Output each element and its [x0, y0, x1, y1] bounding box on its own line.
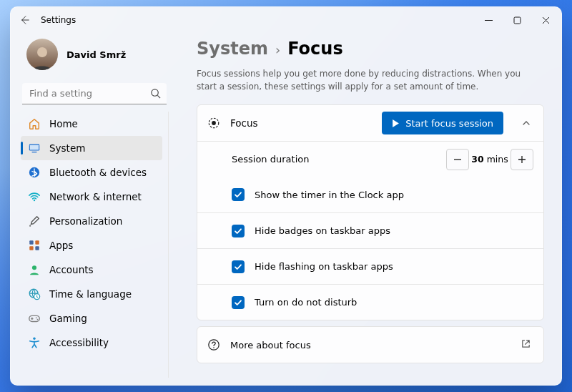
checkbox[interactable]: [232, 188, 245, 201]
svg-point-2: [152, 89, 158, 96]
minus-icon: [453, 155, 462, 164]
duration-decrease-button[interactable]: [446, 149, 469, 170]
search-input[interactable]: [22, 83, 167, 104]
sidebar-item-bluetooth[interactable]: Bluetooth & devices: [21, 160, 162, 185]
svg-rect-15: [29, 315, 39, 321]
svg-point-16: [36, 317, 37, 318]
sidebar-item-label: Home: [49, 118, 78, 129]
page-description: Focus sessions help you get more done by…: [197, 67, 533, 93]
svg-point-17: [37, 319, 39, 320]
svg-point-12: [32, 265, 36, 270]
check-icon: [234, 227, 242, 235]
checkbox[interactable]: [232, 225, 245, 237]
focus-header-row: Focus Start focus session: [197, 105, 543, 141]
svg-point-20: [212, 121, 216, 125]
wifi-icon: [28, 190, 41, 203]
more-about-focus-label: More about focus: [230, 340, 511, 351]
sidebar-item-system[interactable]: System: [21, 136, 162, 160]
focus-option-row: Hide flashing on taskbar apps: [197, 248, 543, 284]
check-icon: [234, 298, 242, 307]
sidebar: David Smrž HomeSystemBluetooth & devices…: [11, 33, 175, 385]
profile-name: David Smrž: [66, 49, 126, 60]
focus-icon: [207, 117, 220, 129]
checkbox[interactable]: [232, 296, 245, 309]
svg-rect-0: [514, 17, 521, 24]
home-icon: [28, 117, 41, 130]
more-about-focus-card[interactable]: More about focus: [197, 326, 544, 363]
main: System › Focus Focus sessions help you g…: [175, 33, 561, 385]
svg-rect-4: [30, 145, 39, 150]
sidebar-item-label: Bluetooth & devices: [49, 167, 147, 178]
svg-point-7: [34, 200, 35, 201]
sidebar-item-apps[interactable]: Apps: [21, 233, 162, 258]
sidebar-item-label: Accessibility: [49, 337, 109, 348]
sidebar-item-network[interactable]: Network & internet: [21, 185, 162, 209]
check-icon: [234, 263, 242, 271]
system-icon: [28, 142, 41, 155]
sidebar-item-label: Personalization: [49, 215, 122, 227]
settings-window: Settings David Smrž HomeSystemBluetooth: [10, 6, 562, 386]
sidebar-item-time[interactable]: Time & language: [21, 282, 162, 306]
maximize-button[interactable]: [503, 7, 531, 33]
focus-card: Focus Start focus session Session durati…: [197, 104, 544, 320]
svg-rect-11: [35, 246, 39, 250]
breadcrumb-leaf: Focus: [287, 39, 343, 59]
window-body: David Smrž HomeSystemBluetooth & devices…: [11, 33, 561, 385]
session-duration-label: Session duration: [232, 154, 446, 165]
focus-options: Show the timer in the Clock appHide badg…: [197, 177, 543, 320]
focus-option-label: Show the timer in the Clock app: [255, 190, 533, 200]
accessibility-icon: [28, 336, 41, 349]
svg-point-22: [213, 347, 214, 348]
sidebar-item-label: Network & internet: [49, 191, 142, 202]
start-focus-button-label: Start focus session: [405, 118, 493, 129]
titlebar: Settings: [11, 7, 561, 33]
sidebar-item-personalization[interactable]: Personalization: [21, 209, 162, 233]
svg-rect-8: [29, 240, 33, 244]
focus-option-row: Turn on do not disturb: [197, 284, 543, 320]
svg-rect-5: [31, 152, 36, 152]
minimize-button[interactable]: [474, 7, 503, 33]
svg-rect-10: [29, 246, 33, 250]
svg-point-1: [37, 47, 47, 57]
sidebar-item-label: System: [49, 142, 85, 154]
chevron-up-icon: [522, 119, 531, 127]
sidebar-item-gaming[interactable]: Gaming: [21, 306, 162, 330]
focus-option-label: Hide flashing on taskbar apps: [255, 261, 533, 272]
duration-stepper: 30 mins: [446, 149, 533, 170]
chevron-right-icon: ›: [275, 42, 280, 57]
checkbox[interactable]: [232, 260, 245, 273]
person-icon: [28, 263, 41, 276]
apps-icon: [28, 239, 41, 252]
help-icon: [207, 338, 220, 351]
window-controls: [474, 7, 560, 33]
search-icon: [150, 88, 161, 99]
sidebar-item-label: Apps: [49, 240, 73, 251]
focus-option-label: Turn on do not disturb: [255, 297, 533, 308]
window-title: Settings: [41, 15, 76, 25]
sidebar-item-label: Time & language: [49, 288, 132, 300]
brush-icon: [28, 215, 41, 227]
check-icon: [234, 190, 242, 199]
sidebar-item-accessibility[interactable]: Accessibility: [21, 330, 162, 355]
sidebar-item-accounts[interactable]: Accounts: [21, 258, 162, 282]
collapse-button[interactable]: [516, 113, 536, 133]
play-icon: [392, 119, 400, 127]
breadcrumb: System › Focus: [197, 39, 544, 59]
close-button[interactable]: [531, 7, 560, 33]
search: [22, 83, 167, 104]
globe-clock-icon: [28, 288, 41, 300]
sidebar-item-label: Gaming: [49, 313, 87, 324]
profile[interactable]: David Smrž: [21, 34, 168, 80]
sidebar-item-home[interactable]: Home: [21, 112, 162, 136]
session-duration-row: Session duration 30 mins: [197, 141, 543, 177]
avatar: [26, 39, 58, 70]
nav: HomeSystemBluetooth & devicesNetwork & i…: [21, 112, 169, 378]
start-focus-button[interactable]: Start focus session: [382, 112, 503, 134]
breadcrumb-root[interactable]: System: [197, 39, 268, 59]
sidebar-item-label: Accounts: [49, 264, 94, 275]
svg-point-18: [33, 338, 35, 340]
back-button[interactable]: [18, 13, 32, 27]
duration-increase-button[interactable]: [511, 149, 533, 170]
focus-option-label: Hide badges on taskbar apps: [255, 225, 533, 236]
focus-option-row: Show the timer in the Clock app: [197, 177, 543, 212]
